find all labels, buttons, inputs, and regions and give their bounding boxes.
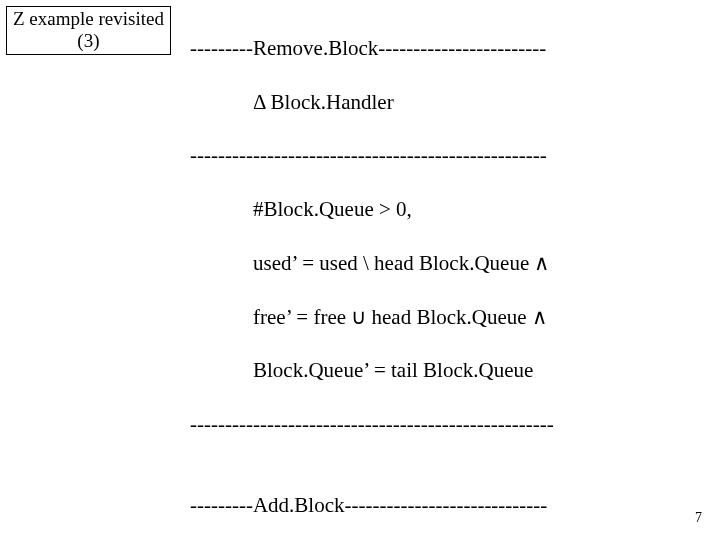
remove-line1: #Block.Queue > 0, [190, 197, 412, 221]
slide-label-box: Z example revisited (3) [6, 6, 171, 55]
remove-sep1: ----------------------------------------… [190, 143, 547, 167]
remove-sep2: ----------------------------------------… [190, 412, 554, 436]
remove-line2: used’ = used \ head Block.Queue ∧ [190, 251, 549, 275]
remove-title: ---------Remove.Block-------------------… [190, 36, 546, 60]
page-number: 7 [695, 510, 702, 526]
remove-line4: Block.Queue’ = tail Block.Queue [190, 358, 533, 382]
slide-label-line2: (3) [13, 30, 164, 52]
slide-label-line1: Z example revisited [13, 8, 164, 30]
remove-decl: Δ Block.Handler [190, 90, 394, 114]
remove-line3: free’ = free ∪ head Block.Queue ∧ [190, 305, 547, 329]
add-title: ---------Add.Block----------------------… [190, 493, 547, 517]
schema-content: ---------Remove.Block-------------------… [190, 8, 625, 540]
